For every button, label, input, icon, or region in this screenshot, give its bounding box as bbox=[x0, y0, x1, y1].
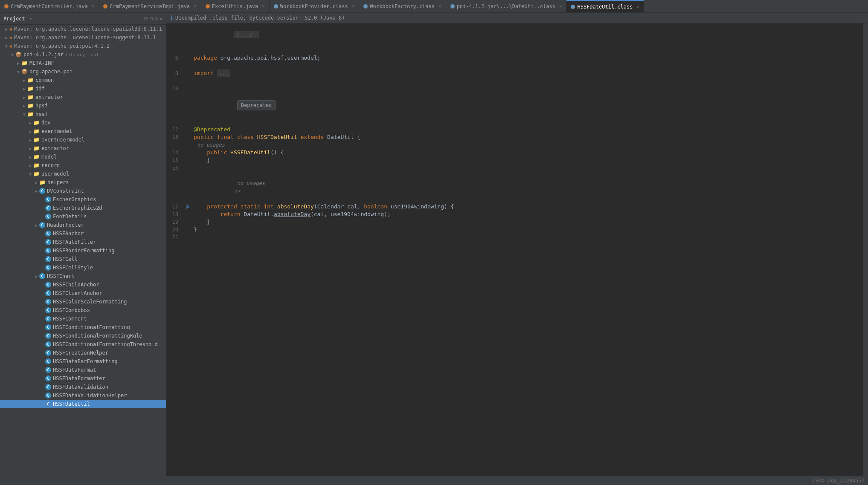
close-panel-icon[interactable]: ✕ bbox=[160, 16, 163, 22]
tab-close-icon[interactable]: ✕ bbox=[92, 3, 95, 9]
tree-item-hssfconditionalformattingthreshold[interactable]: C HSSFConditionalFormattingThreshold bbox=[0, 340, 166, 349]
chevron-icon: ▶ bbox=[3, 35, 9, 40]
tree-item-hssfdatavalidation[interactable]: C HSSFDataValidation bbox=[0, 383, 166, 391]
tree-item-hssfcell[interactable]: C HSSFCell bbox=[0, 255, 166, 263]
tree-item-dev[interactable]: ▶ 📁 dev bbox=[0, 118, 166, 127]
line-number: 15 bbox=[166, 156, 183, 164]
tab-crm-payment-controller[interactable]: CrmPaymentController.java ✕ bbox=[0, 0, 99, 13]
sync-icon[interactable]: ⟳ bbox=[144, 16, 148, 22]
class-icon: C bbox=[45, 205, 51, 211]
tree-item-hssfcombobox[interactable]: C HSSFCombobox bbox=[0, 306, 166, 315]
tree-item-label: hssf bbox=[35, 111, 48, 117]
tree-item-maven-poi[interactable]: ▼ ◈ Maven: org.apache.poi:poi:4.1.2 bbox=[0, 42, 166, 50]
tree-item-eschergraphics[interactable]: C EscherGraphics bbox=[0, 195, 166, 204]
tree-item-common[interactable]: ▶ 📁 common bbox=[0, 76, 166, 84]
tree-item-hssf[interactable]: ▼ 📁 hssf bbox=[0, 110, 166, 118]
line-content: @Deprecated bbox=[192, 126, 863, 133]
tab-close-icon[interactable]: ✕ bbox=[438, 3, 441, 9]
tab-crm-payment-service-impl[interactable]: CrmPaymentServiceImpl.java ✕ bbox=[99, 0, 201, 13]
class-icon: C bbox=[45, 375, 51, 381]
tab-close-icon[interactable]: ✕ bbox=[352, 3, 355, 9]
tree-item-hssfconditionalformatting[interactable]: C HSSFConditionalFormatting bbox=[0, 323, 166, 332]
tree-item-hpsf[interactable]: ▶ 📁 hpsf bbox=[0, 101, 166, 110]
tree-item-model[interactable]: ▶ 📁 model bbox=[0, 153, 166, 161]
tree-item-hssfcolorscaleformatting[interactable]: C HSSFColorScaleFormatting bbox=[0, 297, 166, 306]
code-line-17: 17 @ protected static int absoluteDay(Ca… bbox=[166, 203, 863, 211]
tree-item-lucene-suggest[interactable]: ▶ ◈ Maven: org.apache.lucene:lucene-sugg… bbox=[0, 33, 166, 42]
folder-icon: 📁 bbox=[33, 128, 40, 134]
chevron-icon: ▼ bbox=[27, 172, 33, 176]
tree-item-hssfchart[interactable]: ▶ C HSSFChart bbox=[0, 272, 166, 280]
chevron-icon: ▶ bbox=[33, 223, 39, 228]
settings-icon[interactable]: ⚙ bbox=[155, 16, 158, 22]
java-file-icon bbox=[103, 4, 107, 9]
status-bar: CSDN @qq_23204557 bbox=[166, 476, 868, 485]
tree-item-ddf[interactable]: ▶ 📁 ddf bbox=[0, 84, 166, 93]
tree-item-poi-jar[interactable]: ▼ 📦 poi-4.1.2.jar library root bbox=[0, 50, 166, 59]
tree-item-org-apache-poi[interactable]: ▼ 📦 org.apache.poi bbox=[0, 67, 166, 76]
class-file-icon bbox=[274, 4, 278, 9]
tab-label: CrmPaymentServiceImpl.java bbox=[110, 3, 190, 9]
class-icon: C bbox=[39, 188, 45, 194]
tab-workbook-factory[interactable]: WorkbookFactory.class ✕ bbox=[359, 0, 446, 13]
project-header-actions: ⟳ ⊟ ⚙ ✕ bbox=[144, 16, 163, 22]
tab-workbook-provider[interactable]: WorkbookProvider.class ✕ bbox=[270, 0, 360, 13]
tree-item-dvconstraint[interactable]: ▶ C DVConstraint bbox=[0, 187, 166, 195]
tree-item-eventmodel[interactable]: ▶ 📁 eventmodel bbox=[0, 127, 166, 136]
tree-item-hssfconditionalformattingrule[interactable]: C HSSFConditionalFormattingRule bbox=[0, 332, 166, 340]
tab-label: CrmPaymentController.java bbox=[11, 3, 88, 9]
tree-item-record[interactable]: ▶ 📁 record bbox=[0, 161, 166, 170]
tree-item-hssfclientanchor[interactable]: C HSSFClientAnchor bbox=[0, 289, 166, 297]
tree-item-usermodel[interactable]: ▼ 📁 usermodel bbox=[0, 170, 166, 178]
tree-item-hssfcreationhelper[interactable]: C HSSFCreationHelper bbox=[0, 349, 166, 357]
tree-item-fontdetails[interactable]: C FontDetails bbox=[0, 212, 166, 221]
tab-close-icon[interactable]: ✕ bbox=[637, 4, 640, 9]
tree-item-hssfcomment[interactable]: C HSSFComment bbox=[0, 315, 166, 323]
tree-item-label: HSSFCell bbox=[53, 256, 78, 262]
tree-item-hssfautofilter[interactable]: C HSSFAutoFilter bbox=[0, 238, 166, 246]
override-gutter-icon[interactable]: @ bbox=[183, 203, 192, 211]
tree-item-eventusermodel[interactable]: ▶ 📁 eventusermodel bbox=[0, 136, 166, 144]
tree-item-hssfdatavalidationhelper[interactable]: C HSSFDataValidationHelper bbox=[0, 391, 166, 400]
code-editor[interactable]: /.../ 6 package org.apache.poi.hssf.user… bbox=[166, 23, 863, 476]
project-dropdown-icon[interactable]: ▾ bbox=[29, 16, 32, 22]
tree-item-hssfborderformatting[interactable]: C HSSFBorderFormatting bbox=[0, 246, 166, 255]
tree-item-label: HSSFCombobox bbox=[53, 307, 90, 313]
fold-indicator[interactable]: /.../ bbox=[234, 31, 259, 38]
code-line-6: 6 package org.apache.poi.hssf.usermodel; bbox=[166, 54, 863, 62]
tree-item-hssfcellstyle[interactable]: C HSSFCellStyle bbox=[0, 263, 166, 272]
tree-item-hssfanchor[interactable]: C HSSFAnchor bbox=[0, 229, 166, 238]
tree-item-label: HSSFConditionalFormatting bbox=[53, 324, 130, 330]
code-line-11 bbox=[166, 118, 863, 126]
tab-excel-utils[interactable]: ExcelUtils.java ✕ bbox=[201, 0, 270, 13]
tree-item-lucene-spatial3d[interactable]: ▶ ◈ Maven: org.apache.lucene:lucene-spat… bbox=[0, 25, 166, 33]
tree-item-label: HSSFAnchor bbox=[53, 231, 84, 237]
tab-close-icon[interactable]: ✕ bbox=[194, 3, 197, 9]
line-content: import ... bbox=[192, 69, 863, 77]
tab-close-icon[interactable]: ✕ bbox=[559, 3, 562, 9]
import-fold[interactable]: ... bbox=[217, 69, 230, 77]
tree-item-hssfchildanchor[interactable]: C HSSFChildAnchor bbox=[0, 280, 166, 289]
collapse-icon[interactable]: ⊟ bbox=[150, 16, 153, 22]
tree-item-hssfdateutil[interactable]: C HSSFDateUtil bbox=[0, 400, 166, 408]
tree-item-hssfdataformat[interactable]: C HSSFDataFormat bbox=[0, 366, 166, 374]
tree-item-hssfdatabarformatting[interactable]: C HSSFDataBarFormatting bbox=[0, 357, 166, 366]
class-icon: C bbox=[45, 248, 51, 254]
tab-hssf-dateutil[interactable]: HSSFDateUtil.class ✕ bbox=[566, 0, 644, 13]
tree-item-meta-inf[interactable]: ▶ 📁 META-INF bbox=[0, 59, 166, 67]
tree-item-helpers[interactable]: ▶ 📁 helpers bbox=[0, 178, 166, 187]
code-line-5 bbox=[166, 46, 863, 54]
tab-poi-dateutil[interactable]: poi-4.1.2.jar\...\DateUtil.class ✕ bbox=[446, 0, 567, 13]
tree-item-eschergraphics2d[interactable]: C EscherGraphics2d bbox=[0, 204, 166, 212]
tree-item-label: eventusermodel bbox=[41, 137, 84, 143]
tree-item-hssf-extractor[interactable]: ▶ 📁 extractor bbox=[0, 144, 166, 153]
tree-item-extractor[interactable]: ▶ 📁 extractor bbox=[0, 93, 166, 101]
tab-close-icon[interactable]: ✕ bbox=[262, 3, 265, 9]
tree-item-hssfdataformatter[interactable]: C HSSFDataFormatter bbox=[0, 374, 166, 383]
tree-item-headerfooter[interactable]: ▶ C HeaderFooter bbox=[0, 221, 166, 229]
tree-item-label: HSSFColorScaleFormatting bbox=[53, 299, 127, 305]
tree-item-label: HSSFDataBarFormatting bbox=[53, 358, 118, 364]
tree-item-label: HSSFComment bbox=[53, 316, 87, 322]
project-panel: Project ▾ ⟳ ⊟ ⚙ ✕ ▶ ◈ Maven: org.apache.… bbox=[0, 13, 166, 485]
class-icon: C bbox=[45, 367, 51, 373]
